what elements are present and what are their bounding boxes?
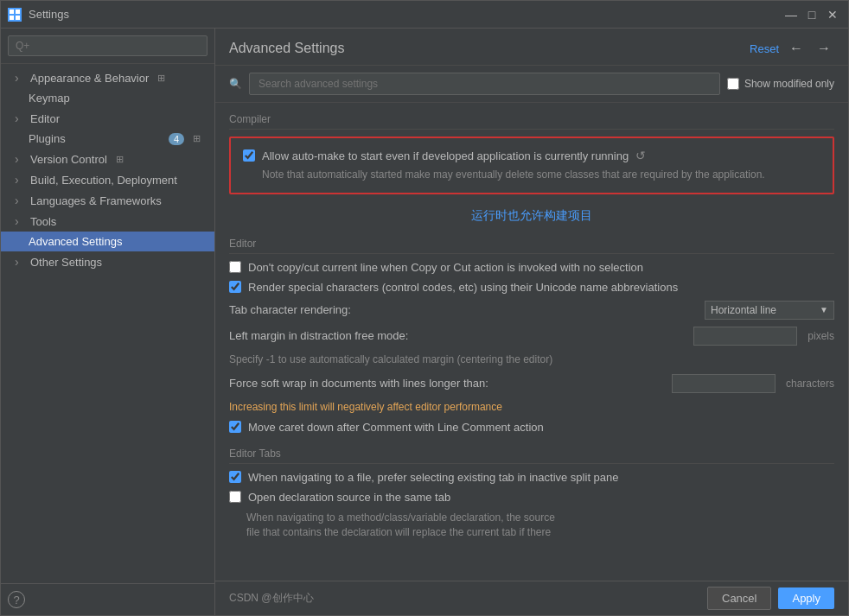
plugin-icon: ⊞	[157, 73, 165, 84]
render-special-checkbox[interactable]	[229, 281, 241, 293]
settings-content: Compiler Allow auto-make to start even i…	[215, 103, 848, 581]
sidebar-item-build[interactable]: Build, Execution, Deployment	[1, 169, 214, 190]
sidebar-item-version-control[interactable]: Version Control ⊞	[1, 149, 214, 169]
editor-tabs-header: Editor Tabs	[229, 448, 834, 464]
prefer-existing-checkbox[interactable]	[229, 471, 241, 483]
svg-rect-0	[10, 10, 14, 14]
sidebar-item-label: Tools	[30, 215, 56, 228]
sidebar-nav-list: Appearance & Behavior ⊞ Keymap Editor Pl…	[1, 64, 214, 583]
prefer-existing-row: When navigating to a file, prefer select…	[229, 471, 834, 484]
auto-make-label[interactable]: Allow auto-make to start even if develop…	[262, 149, 629, 162]
dropdown-arrow-icon: ▼	[820, 305, 828, 314]
show-modified-control: Show modified only	[727, 78, 834, 90]
settings-window: Settings — □ ✕ Appearance & Behavior ⊞ K…	[0, 0, 849, 616]
tab-char-select[interactable]: Horizontal line ▼	[705, 301, 834, 320]
editor-section: Editor Don't copy/cut current line when …	[229, 238, 834, 435]
sidebar: Appearance & Behavior ⊞ Keymap Editor Pl…	[1, 29, 215, 615]
dont-copy-checkbox[interactable]	[229, 261, 241, 273]
sidebar-item-label: Plugins	[29, 132, 66, 145]
help-button[interactable]: ?	[8, 591, 25, 608]
dont-copy-row: Don't copy/cut current line when Copy or…	[229, 261, 834, 274]
sidebar-search-input[interactable]	[8, 35, 207, 56]
sidebar-item-label: Languages & Frameworks	[30, 194, 162, 207]
tab-char-label: Tab character rendering:	[229, 303, 351, 316]
sidebar-item-plugins[interactable]: Plugins 4 ⊞	[1, 129, 214, 149]
watermark-text: CSDN @创作中心	[229, 591, 314, 606]
close-button[interactable]: ✕	[824, 6, 841, 23]
maximize-button[interactable]: □	[803, 6, 820, 23]
minimize-button[interactable]: —	[782, 6, 800, 23]
auto-make-checkbox[interactable]	[243, 149, 255, 162]
open-declaration-note: When navigating to a method/class/variab…	[229, 511, 558, 540]
move-caret-label[interactable]: Move caret down after Comment with Line …	[248, 421, 544, 434]
reset-icon[interactable]: ↺	[635, 149, 646, 162]
advanced-search-bar: 🔍 Show modified only	[215, 66, 848, 103]
move-caret-checkbox[interactable]	[229, 421, 241, 433]
cancel-button[interactable]: Cancel	[707, 587, 771, 610]
render-special-label[interactable]: Render special characters (control codes…	[248, 281, 678, 294]
left-margin-label: Left margin in distraction free mode:	[229, 329, 408, 342]
reset-link[interactable]: Reset	[750, 42, 779, 55]
settings-main-panel: Advanced Settings Reset ← → 🔍 Show modif…	[215, 29, 848, 615]
vc-icon: ⊞	[116, 154, 124, 165]
show-modified-checkbox[interactable]	[727, 78, 739, 90]
sidebar-item-keymap[interactable]: Keymap	[1, 88, 214, 108]
advanced-search-input[interactable]	[249, 73, 720, 95]
show-modified-label: Show modified only	[744, 78, 834, 90]
search-icon: 🔍	[229, 78, 242, 90]
force-wrap-note: Increasing this limit will negatively af…	[229, 400, 558, 415]
sidebar-item-label: Version Control	[30, 153, 107, 166]
prefer-existing-label[interactable]: When navigating to a file, prefer select…	[248, 471, 619, 484]
compiler-section: Compiler Allow auto-make to start even i…	[229, 113, 834, 224]
left-margin-note: Specify -1 to use automatically calculat…	[229, 352, 558, 367]
force-wrap-input[interactable]: 100000	[672, 374, 776, 393]
sidebar-item-label: Build, Execution, Deployment	[30, 174, 177, 187]
sidebar-footer: ?	[1, 583, 214, 615]
left-margin-input[interactable]: -1	[693, 327, 797, 346]
open-declaration-label[interactable]: Open declaration source in the same tab	[248, 491, 450, 504]
page-title: Advanced Settings	[229, 41, 344, 56]
left-margin-row: Left margin in distraction free mode: -1…	[229, 327, 834, 346]
plugins-badge: 4	[169, 133, 184, 145]
force-wrap-row: Force soft wrap in documents with lines …	[229, 374, 834, 393]
window-controls: — □ ✕	[782, 6, 841, 23]
force-wrap-label: Force soft wrap in documents with lines …	[229, 377, 488, 390]
svg-rect-2	[10, 16, 14, 20]
force-wrap-unit: characters	[786, 378, 834, 390]
sidebar-item-label: Keymap	[29, 92, 70, 105]
compiler-highlight-box: Allow auto-make to start even if develop…	[229, 137, 834, 194]
plugin-settings-icon: ⊞	[193, 133, 201, 144]
sidebar-item-appearance[interactable]: Appearance & Behavior ⊞	[1, 67, 214, 88]
sidebar-item-advanced[interactable]: Advanced Settings	[1, 232, 214, 251]
title-bar: Settings — □ ✕	[1, 1, 848, 29]
sidebar-item-tools[interactable]: Tools	[1, 211, 214, 232]
left-margin-unit: pixels	[808, 330, 834, 342]
sidebar-item-editor[interactable]: Editor	[1, 108, 214, 129]
bottom-bar: CSDN @创作中心 Cancel Apply	[215, 581, 848, 615]
main-content-area: Appearance & Behavior ⊞ Keymap Editor Pl…	[1, 29, 848, 615]
editor-section-header: Editor	[229, 238, 834, 254]
open-declaration-checkbox[interactable]	[229, 491, 241, 503]
nav-back-button[interactable]: ←	[786, 39, 807, 58]
header-controls: Reset ← →	[750, 39, 834, 58]
render-special-row: Render special characters (control codes…	[229, 281, 834, 294]
sidebar-item-label: Advanced Settings	[29, 235, 122, 248]
sidebar-item-languages[interactable]: Languages & Frameworks	[1, 190, 214, 211]
main-header: Advanced Settings Reset ← →	[215, 29, 848, 66]
dont-copy-label[interactable]: Don't copy/cut current line when Copy or…	[248, 261, 643, 274]
nav-forward-button[interactable]: →	[814, 39, 834, 58]
annotation-text: 运行时也允许构建项目	[229, 208, 834, 224]
sidebar-item-label: Other Settings	[30, 256, 102, 269]
auto-make-note: Note that automatically started make may…	[243, 168, 820, 182]
auto-make-row: Allow auto-make to start even if develop…	[243, 149, 820, 162]
apply-button[interactable]: Apply	[778, 587, 834, 609]
sidebar-item-label: Appearance & Behavior	[30, 72, 149, 85]
window-title: Settings	[29, 8, 782, 21]
move-caret-row: Move caret down after Comment with Line …	[229, 421, 834, 434]
editor-tabs-section: Editor Tabs When navigating to a file, p…	[229, 448, 834, 540]
sidebar-item-other[interactable]: Other Settings	[1, 251, 214, 272]
svg-rect-3	[16, 16, 20, 20]
compiler-section-header: Compiler	[229, 113, 834, 130]
sidebar-item-label: Editor	[30, 112, 60, 125]
svg-rect-1	[16, 10, 20, 14]
